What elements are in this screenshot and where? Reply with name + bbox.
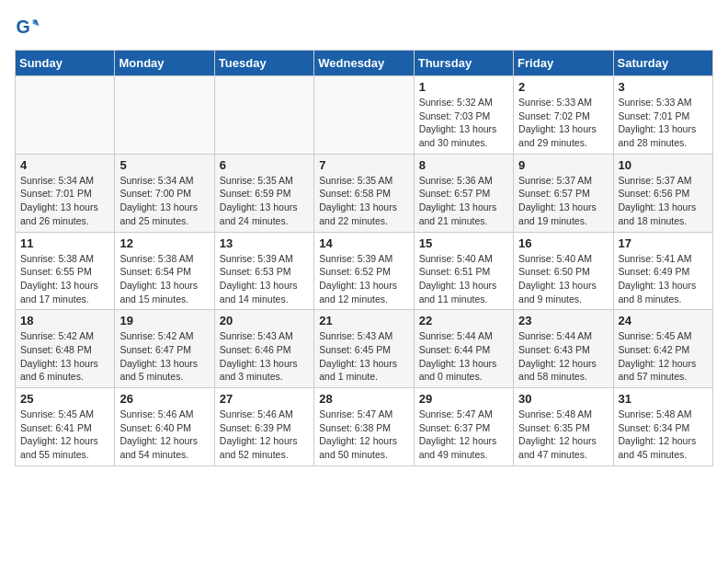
day-number: 8: [419, 158, 508, 172]
day-info: Sunrise: 5:48 AMSunset: 6:35 PMDaylight:…: [518, 408, 608, 462]
calendar-cell: 15Sunrise: 5:40 AMSunset: 6:51 PMDayligh…: [414, 232, 513, 310]
day-number: 27: [220, 392, 309, 406]
day-number: 30: [518, 392, 608, 406]
day-number: 18: [20, 314, 109, 327]
logo-icon: G: [15, 15, 40, 40]
day-info: Sunrise: 5:41 AMSunset: 6:49 PMDaylight:…: [619, 252, 708, 306]
day-number: 13: [220, 236, 309, 250]
day-info: Sunrise: 5:36 AMSunset: 6:57 PMDaylight:…: [419, 174, 508, 228]
calendar-cell: 17Sunrise: 5:41 AMSunset: 6:49 PMDayligh…: [613, 232, 712, 310]
header-wednesday: Wednesday: [314, 51, 414, 76]
day-info: Sunrise: 5:47 AMSunset: 6:37 PMDaylight:…: [419, 408, 508, 462]
calendar-week-0: 1Sunrise: 5:32 AMSunset: 7:03 PMDaylight…: [16, 76, 713, 155]
day-info: Sunrise: 5:37 AMSunset: 6:57 PMDaylight:…: [518, 174, 608, 228]
day-number: 15: [419, 236, 508, 250]
calendar-header-row: SundayMondayTuesdayWednesdayThursdayFrid…: [16, 51, 713, 76]
calendar-cell: 11Sunrise: 5:38 AMSunset: 6:55 PMDayligh…: [16, 232, 115, 310]
calendar-cell: 9Sunrise: 5:37 AMSunset: 6:57 PMDaylight…: [514, 154, 613, 232]
day-number: 29: [419, 392, 508, 406]
calendar-cell: 30Sunrise: 5:48 AMSunset: 6:35 PMDayligh…: [514, 388, 613, 466]
day-info: Sunrise: 5:40 AMSunset: 6:50 PMDaylight:…: [518, 252, 608, 306]
day-number: 11: [20, 236, 109, 250]
calendar-cell: 16Sunrise: 5:40 AMSunset: 6:50 PMDayligh…: [514, 232, 613, 310]
day-info: Sunrise: 5:46 AMSunset: 6:39 PMDaylight:…: [220, 408, 309, 462]
day-info: Sunrise: 5:42 AMSunset: 6:47 PMDaylight:…: [119, 329, 209, 384]
calendar-cell: 10Sunrise: 5:37 AMSunset: 6:56 PMDayligh…: [613, 154, 712, 232]
day-info: Sunrise: 5:45 AMSunset: 6:42 PMDaylight:…: [619, 329, 708, 384]
calendar-cell: 8Sunrise: 5:36 AMSunset: 6:57 PMDaylight…: [414, 154, 513, 232]
calendar-cell: 3Sunrise: 5:33 AMSunset: 7:01 PMDaylight…: [613, 76, 712, 155]
day-number: 22: [419, 314, 508, 327]
calendar-cell: 31Sunrise: 5:48 AMSunset: 6:34 PMDayligh…: [613, 388, 712, 466]
calendar-cell: 1Sunrise: 5:32 AMSunset: 7:03 PMDaylight…: [414, 76, 513, 155]
page-header: G: [15, 15, 713, 40]
calendar-cell: 13Sunrise: 5:39 AMSunset: 6:53 PMDayligh…: [214, 232, 313, 310]
day-number: 17: [619, 236, 708, 250]
day-number: 20: [220, 314, 309, 327]
calendar-cell: 21Sunrise: 5:43 AMSunset: 6:45 PMDayligh…: [314, 310, 414, 388]
day-info: Sunrise: 5:39 AMSunset: 6:53 PMDaylight:…: [220, 252, 309, 306]
calendar-cell: 19Sunrise: 5:42 AMSunset: 6:47 PMDayligh…: [115, 310, 214, 388]
calendar-cell: 24Sunrise: 5:45 AMSunset: 6:42 PMDayligh…: [613, 310, 712, 388]
day-number: 31: [619, 392, 708, 406]
day-info: Sunrise: 5:47 AMSunset: 6:38 PMDaylight:…: [319, 408, 408, 462]
day-number: 21: [319, 314, 408, 327]
day-info: Sunrise: 5:46 AMSunset: 6:40 PMDaylight:…: [119, 408, 209, 462]
day-number: 14: [319, 236, 408, 250]
calendar-cell: 22Sunrise: 5:44 AMSunset: 6:44 PMDayligh…: [414, 310, 513, 388]
header-sunday: Sunday: [16, 51, 115, 76]
day-info: Sunrise: 5:39 AMSunset: 6:52 PMDaylight:…: [319, 252, 408, 306]
calendar-cell: 26Sunrise: 5:46 AMSunset: 6:40 PMDayligh…: [115, 388, 214, 466]
calendar-cell: 2Sunrise: 5:33 AMSunset: 7:02 PMDaylight…: [514, 76, 613, 155]
header-saturday: Saturday: [613, 51, 712, 76]
day-number: 6: [220, 158, 309, 172]
calendar-cell: 27Sunrise: 5:46 AMSunset: 6:39 PMDayligh…: [214, 388, 313, 466]
day-info: Sunrise: 5:45 AMSunset: 6:41 PMDaylight:…: [20, 408, 109, 462]
calendar-cell: 23Sunrise: 5:44 AMSunset: 6:43 PMDayligh…: [514, 310, 613, 388]
day-number: 9: [518, 158, 608, 172]
calendar-week-4: 25Sunrise: 5:45 AMSunset: 6:41 PMDayligh…: [16, 388, 713, 466]
calendar-cell: 14Sunrise: 5:39 AMSunset: 6:52 PMDayligh…: [314, 232, 414, 310]
calendar-cell: 12Sunrise: 5:38 AMSunset: 6:54 PMDayligh…: [115, 232, 214, 310]
header-monday: Monday: [115, 51, 214, 76]
calendar-cell: 4Sunrise: 5:34 AMSunset: 7:01 PMDaylight…: [16, 154, 115, 232]
calendar-cell: 5Sunrise: 5:34 AMSunset: 7:00 PMDaylight…: [115, 154, 214, 232]
day-info: Sunrise: 5:38 AMSunset: 6:55 PMDaylight:…: [20, 252, 109, 306]
day-info: Sunrise: 5:48 AMSunset: 6:34 PMDaylight:…: [619, 408, 708, 462]
day-number: 3: [619, 80, 708, 94]
calendar-cell: 7Sunrise: 5:35 AMSunset: 6:58 PMDaylight…: [314, 154, 414, 232]
day-info: Sunrise: 5:43 AMSunset: 6:45 PMDaylight:…: [319, 329, 408, 384]
day-info: Sunrise: 5:32 AMSunset: 7:03 PMDaylight:…: [419, 96, 508, 150]
day-info: Sunrise: 5:35 AMSunset: 6:59 PMDaylight:…: [220, 174, 309, 228]
calendar-cell: [115, 76, 214, 155]
calendar-table: SundayMondayTuesdayWednesdayThursdayFrid…: [15, 50, 713, 466]
day-number: 2: [518, 80, 608, 94]
day-info: Sunrise: 5:44 AMSunset: 6:43 PMDaylight:…: [518, 329, 608, 384]
day-info: Sunrise: 5:42 AMSunset: 6:48 PMDaylight:…: [20, 329, 109, 384]
day-info: Sunrise: 5:35 AMSunset: 6:58 PMDaylight:…: [319, 174, 408, 228]
day-info: Sunrise: 5:33 AMSunset: 7:01 PMDaylight:…: [619, 96, 708, 150]
calendar-cell: 20Sunrise: 5:43 AMSunset: 6:46 PMDayligh…: [214, 310, 313, 388]
calendar-cell: [214, 76, 313, 155]
day-number: 1: [419, 80, 508, 94]
header-thursday: Thursday: [414, 51, 513, 76]
day-info: Sunrise: 5:37 AMSunset: 6:56 PMDaylight:…: [619, 174, 708, 228]
day-number: 28: [319, 392, 408, 406]
calendar-cell: 29Sunrise: 5:47 AMSunset: 6:37 PMDayligh…: [414, 388, 513, 466]
header-tuesday: Tuesday: [214, 51, 313, 76]
calendar-cell: 25Sunrise: 5:45 AMSunset: 6:41 PMDayligh…: [16, 388, 115, 466]
day-info: Sunrise: 5:43 AMSunset: 6:46 PMDaylight:…: [220, 329, 309, 384]
calendar-week-2: 11Sunrise: 5:38 AMSunset: 6:55 PMDayligh…: [16, 232, 713, 310]
day-number: 24: [619, 314, 708, 327]
day-number: 5: [119, 158, 209, 172]
calendar-week-1: 4Sunrise: 5:34 AMSunset: 7:01 PMDaylight…: [16, 154, 713, 232]
day-number: 7: [319, 158, 408, 172]
header-friday: Friday: [514, 51, 613, 76]
day-info: Sunrise: 5:38 AMSunset: 6:54 PMDaylight:…: [119, 252, 209, 306]
calendar-cell: 18Sunrise: 5:42 AMSunset: 6:48 PMDayligh…: [16, 310, 115, 388]
day-info: Sunrise: 5:33 AMSunset: 7:02 PMDaylight:…: [518, 96, 608, 150]
day-number: 4: [20, 158, 109, 172]
calendar-cell: [314, 76, 414, 155]
day-info: Sunrise: 5:34 AMSunset: 7:01 PMDaylight:…: [20, 174, 109, 228]
logo: G: [15, 15, 44, 40]
